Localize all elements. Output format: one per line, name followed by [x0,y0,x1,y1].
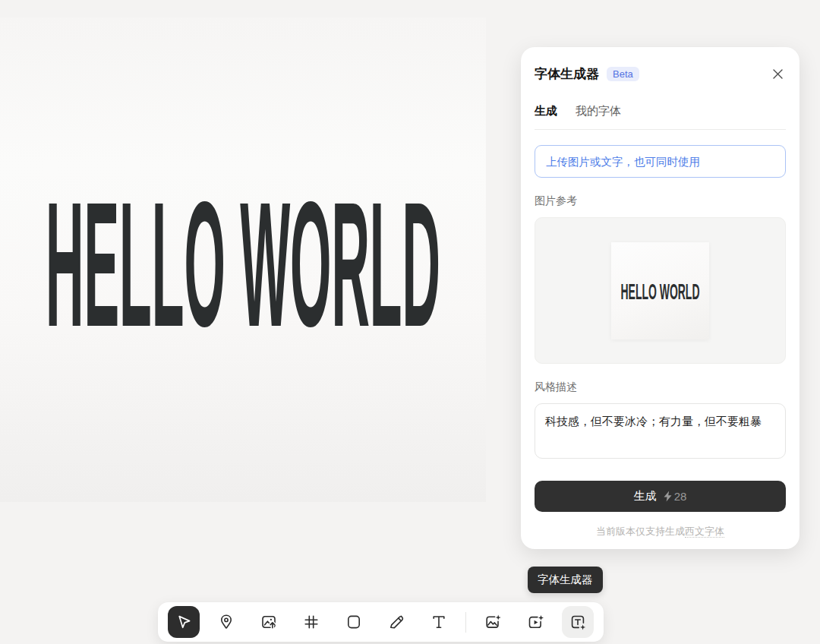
ai-image-tool[interactable] [477,606,509,638]
frame-grid-tool[interactable] [295,606,327,638]
pencil-tool[interactable] [380,606,412,638]
svg-text:HELLO WORLD: HELLO WORLD [621,279,700,304]
close-button[interactable] [769,66,786,83]
text-tool[interactable] [423,606,455,638]
ai-image-icon [484,613,502,631]
image-reference-card[interactable]: HELLO WORLD [535,217,786,364]
image-reference-label: 图片参考 [535,194,786,208]
ai-video-icon [526,613,544,631]
toolbar-divider [465,612,466,633]
credits-count: 28 [674,490,687,503]
panel-title: 字体生成器 [535,65,599,83]
prompt-input[interactable] [535,145,786,178]
font-generator-panel: 字体生成器 Beta 生成 我的字体 图片参考 HELLO WORLD 风格描述… [521,47,800,549]
panel-header: 字体生成器 Beta [535,65,786,83]
generate-button-label: 生成 [634,489,657,504]
image-upload-tool[interactable] [253,606,285,638]
footer-note: 当前版本仅支持生成西文字体 [535,525,786,538]
cursor-icon [175,613,193,631]
hello-world-artwork: HELLO WORLD [0,17,486,502]
style-description-label: 风格描述 [535,380,786,394]
frame-grid-icon [302,613,320,631]
shape-rectangle-tool[interactable] [338,606,370,638]
rectangle-icon [345,613,363,631]
tab-generate[interactable]: 生成 [535,104,557,118]
font-generator-tooltip: 字体生成器 [528,567,603,593]
pencil-icon [387,613,405,631]
lightning-icon [663,491,673,502]
image-upload-icon [260,613,278,631]
tab-my-fonts[interactable]: 我的字体 [576,104,621,118]
footer-note-text: 当前版本仅支持生成 [596,526,685,537]
beta-badge: Beta [607,67,639,81]
ai-font-icon [569,613,587,631]
tooltip-text: 字体生成器 [538,573,593,587]
text-tool-icon [430,613,448,631]
location-pin-tool[interactable] [210,606,242,638]
panel-tabs: 生成 我的字体 [535,104,786,118]
select-cursor-tool[interactable] [168,606,200,638]
bottom-toolbar [158,602,604,642]
ai-video-tool[interactable] [519,606,551,638]
style-description-input[interactable]: 科技感，但不要冰冷；有力量，但不要粗暴 [535,403,786,459]
footer-western-fonts-link[interactable]: 西文字体 [685,526,724,538]
svg-text:HELLO WORLD: HELLO WORLD [46,165,440,364]
location-pin-icon [217,613,235,631]
canvas-reference-image[interactable]: HELLO WORLD [0,17,486,502]
reference-thumbnail: HELLO WORLD [611,242,709,339]
generate-button[interactable]: 生成 28 [535,481,786,512]
tabs-divider [535,129,786,130]
ai-font-generator-tool[interactable] [562,606,594,638]
close-icon [771,68,784,80]
